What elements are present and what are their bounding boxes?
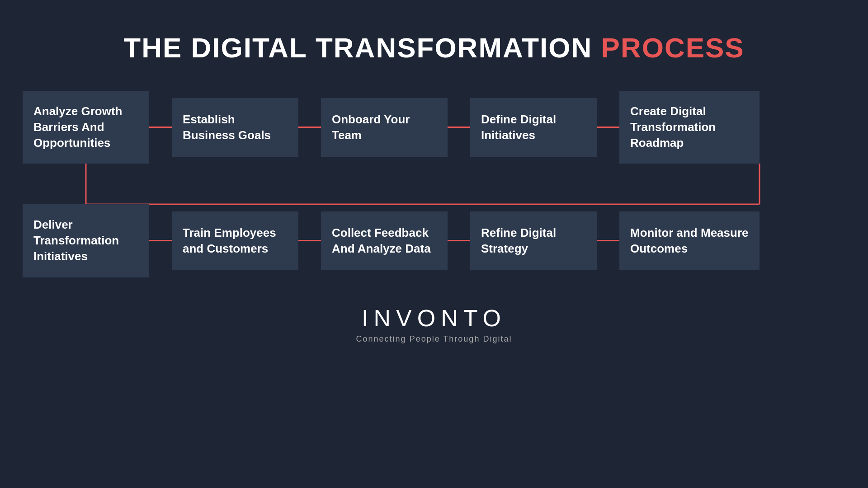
brand-tagline: Connecting People Through Digital xyxy=(356,334,512,344)
connector-h-4 xyxy=(597,127,619,128)
title-section: THE DIGITAL TRANSFORMATION PROCESS xyxy=(123,32,744,64)
title-part2: PROCESS xyxy=(601,32,745,63)
box-5: Create Digital Transformation Roadmap xyxy=(619,91,760,164)
connector-h-3 xyxy=(448,127,470,128)
box-10: Monitor and Measure Outcomes xyxy=(619,211,760,270)
connector-h-2 xyxy=(298,127,321,128)
box-8: Collect Feedback And Analyze Data xyxy=(321,211,448,270)
connector-h-1 xyxy=(149,127,172,128)
rows-connector xyxy=(23,164,845,204)
box-9: Refine Digital Strategy xyxy=(470,211,597,270)
title-part1: THE DIGITAL TRANSFORMATION xyxy=(123,32,601,63)
box-7: Train Employees and Customers xyxy=(172,211,298,270)
box-6: Deliver Transformation Initiatives xyxy=(23,204,149,277)
connector-h-5 xyxy=(149,240,172,241)
connector-h-8 xyxy=(597,240,619,241)
connector-h-6 xyxy=(298,240,321,241)
row-1: Analyze Growth Barriers And Opportunitie… xyxy=(23,91,845,164)
row-2: Deliver Transformation Initiatives Train… xyxy=(23,204,845,277)
box-1: Analyze Growth Barriers And Opportunitie… xyxy=(23,91,149,164)
box-2: Establish Business Goals xyxy=(172,98,298,157)
diagram-container: Analyze Growth Barriers And Opportunitie… xyxy=(23,91,845,277)
l-connector-svg xyxy=(23,164,845,204)
box-4: Define Digital Initiatives xyxy=(470,98,597,157)
connector-h-7 xyxy=(448,240,470,241)
box-3: Onboard Your Team xyxy=(321,98,448,157)
brand-section: INVONTO Connecting People Through Digita… xyxy=(356,305,512,344)
brand-name: INVONTO xyxy=(362,305,506,332)
